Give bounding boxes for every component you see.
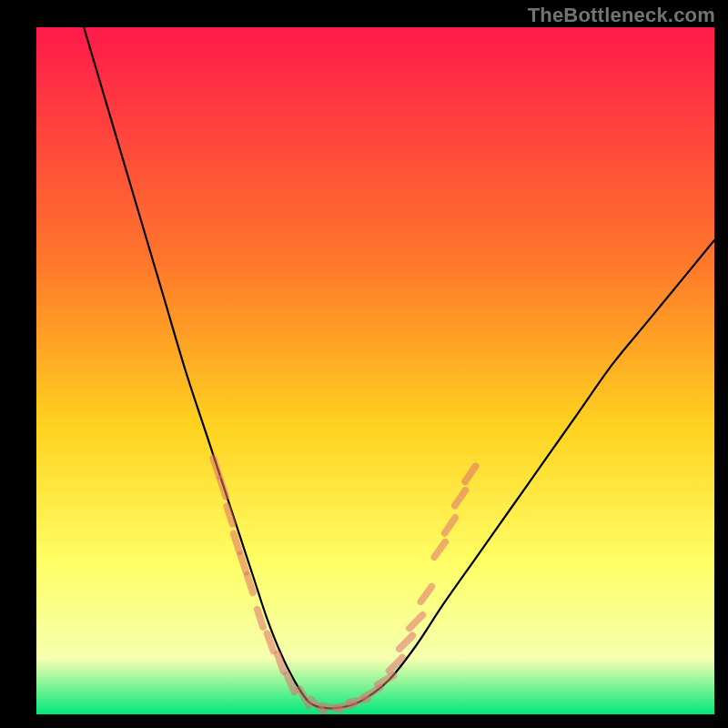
plot-area <box>36 27 714 714</box>
gradient-background <box>36 27 714 714</box>
chart-frame: TheBottleneck.com <box>0 0 728 728</box>
bottleneck-chart <box>36 27 714 714</box>
watermark-text: TheBottleneck.com <box>528 4 715 27</box>
